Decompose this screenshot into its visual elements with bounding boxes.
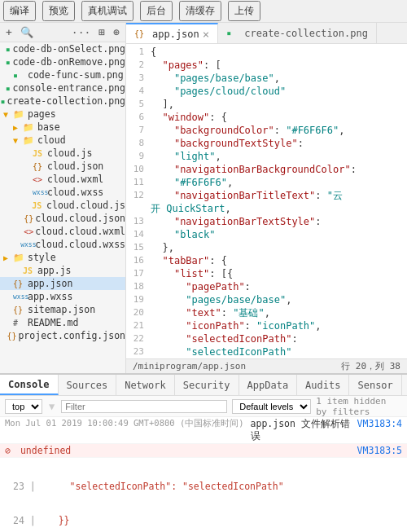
console-row-error: ⊘ undefined VM3183:5: [0, 444, 407, 458]
settings-icon[interactable]: ⊕: [111, 25, 122, 39]
code-line-16: 16 "tabBar": {: [126, 254, 407, 267]
wxss-icon: wxss: [20, 241, 33, 248]
file-cloud-wxss[interactable]: wxss cloud.wxss: [0, 186, 125, 199]
file-app-wxss[interactable]: wxss app.wxss: [0, 290, 125, 303]
filter-input[interactable]: [61, 400, 227, 413]
folder-cloud[interactable]: ▼ 📁 cloud: [0, 134, 125, 147]
tab-label: create-collection.png: [244, 28, 368, 39]
console-source-link2[interactable]: VM3183:5: [357, 445, 402, 456]
code-line-18: 18 "pagePath":: [126, 280, 407, 293]
code-line-14: 14 "black": [126, 228, 407, 241]
error-icon: ⊘: [5, 445, 11, 456]
upload-btn[interactable]: 上传: [228, 1, 260, 21]
tab-sources[interactable]: Sources: [59, 375, 117, 395]
js-icon: JS: [33, 149, 46, 158]
file-cloud-cloud-wxss[interactable]: wxss cloud.cloud.wxss: [0, 238, 125, 251]
file-cloud-cloud-js[interactable]: JS cloud.cloud.js: [0, 199, 125, 212]
js-icon: JS: [23, 266, 36, 275]
console-timestamp: Mon Jul 01 2019 10:00:49 GMT+0800 (中国标准时…: [5, 418, 244, 429]
file-cloud-cloud-json[interactable]: {} cloud.cloud.json: [0, 212, 125, 225]
tab-sensor[interactable]: Sensor: [349, 375, 401, 395]
file-path: /miniprogram/app.json: [133, 361, 246, 372]
search-icon[interactable]: 🔍: [18, 25, 36, 39]
file-name: cloud.json: [47, 160, 103, 172]
code-line-12b: 开 QuickStart,: [126, 202, 407, 215]
file-name: cloud.cloud.json: [35, 213, 125, 224]
folder-pages[interactable]: ▼ 📁 pages: [0, 108, 125, 121]
file-item-code-db-onRemove[interactable]: ▪ code-db-onRemove.png: [0, 55, 125, 68]
code-line-7: 7 "backgroundColor": "#F6F6F6",: [126, 124, 407, 137]
file-cloud-json[interactable]: {} cloud.json: [0, 160, 125, 173]
folder-name: style: [28, 252, 56, 263]
code-line-21: 21 "iconPath": "iconPath",: [126, 319, 407, 332]
file-name: app.json: [28, 278, 72, 289]
file-sitemap-json[interactable]: {} sitemap.json: [0, 303, 125, 316]
json-icon: {}: [24, 214, 33, 223]
file-name: code-func-sum.png: [28, 69, 124, 81]
console-output: Mon Jul 01 2019 10:00:49 GMT+0800 (中国标准时…: [0, 417, 407, 532]
editor-area: {} app.json × ▪ create-collection.png 1 …: [126, 23, 407, 373]
folder-arrow-pages: ▼: [3, 110, 13, 119]
code-line-19: 19 "pages/base/base",: [126, 293, 407, 306]
tab-console[interactable]: Console: [0, 375, 59, 395]
file-app-js[interactable]: JS app.js: [0, 264, 125, 277]
file-item-code-db-onSelect[interactable]: ▪ code-db-onSelect.png: [0, 42, 125, 55]
code-editor[interactable]: 1 { 2 "pages": [ 3 "pages/base/base", 4 …: [126, 44, 407, 358]
layout-icon[interactable]: ⊞: [96, 25, 107, 39]
tab-appdata[interactable]: AppData: [239, 375, 298, 395]
main-area: + 🔍 ··· ⊞ ⊕ ▪ code-db-onSelect.png ▪ cod…: [0, 23, 407, 373]
file-project-config-json[interactable]: {} project.config.json: [0, 329, 125, 342]
file-tree-sidebar: + 🔍 ··· ⊞ ⊕ ▪ code-db-onSelect.png ▪ cod…: [0, 23, 126, 373]
tab-create-collection[interactable]: ▪ create-collection.png: [218, 23, 377, 43]
compile-btn[interactable]: 编译: [3, 1, 36, 21]
console-error-detail: 23 | "selectedIconPath": "selectedIconPa…: [0, 458, 407, 532]
file-item-code-func-sum[interactable]: ▪ code-func-sum.png: [0, 68, 125, 81]
file-readme[interactable]: # README.md: [0, 316, 125, 329]
png-icon: ▪: [6, 45, 11, 54]
console-row-info: Mon Jul 01 2019 10:00:49 GMT+0800 (中国标准时…: [0, 417, 407, 444]
code-line-10: 10 "navigationBarBackgroundColor":: [126, 163, 407, 176]
filter-info: 1 item hidden by filters: [316, 396, 402, 417]
tab-app-json[interactable]: {} app.json ×: [126, 23, 218, 43]
file-name: cloud.wxml: [47, 174, 103, 185]
console-source-link[interactable]: VM3183:4: [357, 418, 402, 429]
tab-close-btn[interactable]: ×: [203, 29, 209, 40]
tab-security[interactable]: Security: [175, 375, 239, 395]
folder-name: base: [37, 121, 60, 133]
console-message: app.json 文件解析错误: [251, 418, 351, 442]
file-name: cloud.js: [47, 147, 92, 159]
tab-audits[interactable]: Audits: [297, 375, 349, 395]
folder-style[interactable]: ▶ 📁 style: [0, 251, 125, 264]
folder-arrow-cloud: ▼: [13, 136, 23, 145]
real-device-btn[interactable]: 真机调试: [81, 1, 133, 21]
js-icon: JS: [32, 201, 45, 210]
error-line-23: 23 | "selectedIconPath": "selectedIconPa…: [13, 481, 402, 492]
wxml-icon: <>: [24, 227, 33, 236]
file-cloud-wxml[interactable]: <> cloud.wxml: [0, 173, 125, 186]
tab-network[interactable]: Network: [116, 375, 175, 395]
status-bar: /miniprogram/app.json 行 20，列 38: [126, 358, 407, 373]
file-name: sitemap.json: [28, 304, 95, 315]
folder-icon: 📁: [13, 253, 26, 263]
file-cloud-cloud-wxml[interactable]: <> cloud.cloud.wxml: [0, 225, 125, 238]
clear-cache-btn[interactable]: 清缓存: [179, 1, 221, 21]
level-select[interactable]: Default levels: [232, 399, 311, 414]
code-line-20: 20 "text": "基础",: [126, 306, 407, 319]
bottom-panel: Console Sources Network Security AppData…: [0, 373, 407, 532]
folder-base[interactable]: ▶ 📁 base: [0, 121, 125, 134]
code-line-1: 1 {: [126, 46, 407, 59]
file-name: code-db-onSelect.png: [13, 43, 125, 55]
file-item-console-entrance[interactable]: ▪ console-entrance.png: [0, 81, 125, 95]
json-icon: {}: [13, 306, 26, 314]
backend-btn[interactable]: 后台: [140, 1, 173, 21]
file-item-create-collection[interactable]: ▪ create-collection.png: [0, 95, 125, 108]
code-line-17: 17 "list": [{: [126, 267, 407, 280]
context-select[interactable]: top: [5, 399, 42, 414]
file-app-json[interactable]: {} app.json: [0, 277, 125, 290]
editor-tab-bar: {} app.json × ▪ create-collection.png: [126, 23, 407, 44]
file-cloud-js[interactable]: JS cloud.js: [0, 147, 125, 160]
add-file-icon[interactable]: +: [3, 25, 15, 39]
more-icon[interactable]: ···: [69, 25, 93, 39]
sidebar-toolbar: + 🔍 ··· ⊞ ⊕: [0, 23, 125, 42]
preview-btn[interactable]: 预览: [42, 1, 75, 21]
